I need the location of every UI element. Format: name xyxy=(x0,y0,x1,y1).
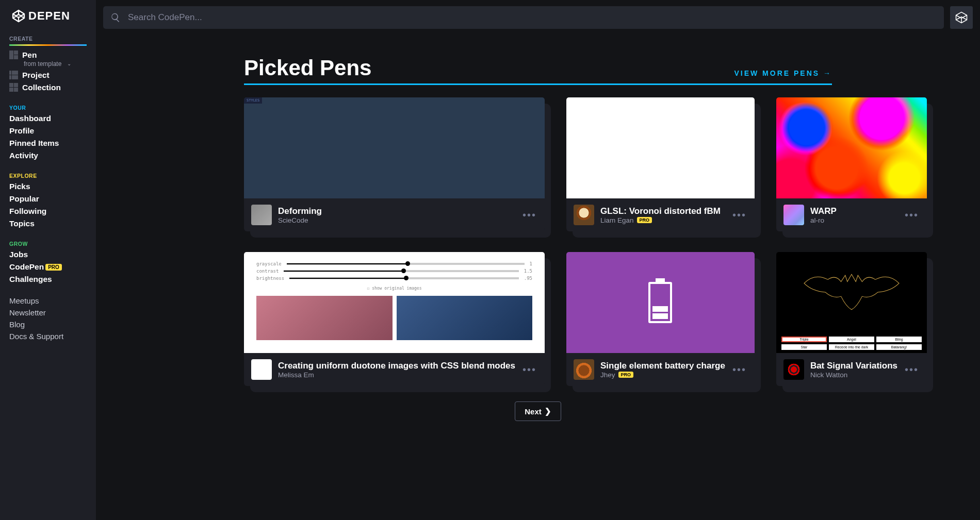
duotone-value: 1.5 xyxy=(524,269,532,274)
search-input[interactable] xyxy=(121,12,937,23)
pen-author[interactable]: Melissa Em xyxy=(278,371,314,379)
nav-docs-support[interactable]: Docs & Support xyxy=(0,330,96,342)
author-avatar[interactable] xyxy=(783,359,804,380)
nav-profile[interactable]: Profile xyxy=(0,125,96,137)
pager: Next ❯ xyxy=(244,401,832,421)
section-title: Picked Pens xyxy=(244,56,371,80)
arrow-right-icon: → xyxy=(823,69,832,77)
card-menu-icon[interactable]: ••• xyxy=(521,209,537,221)
nav-label: Collection xyxy=(22,83,61,92)
nav-label: Project xyxy=(22,71,50,80)
pen-thumbnail xyxy=(566,252,755,353)
batman-btn: Angel xyxy=(829,337,874,342)
author-avatar[interactable] xyxy=(574,205,594,225)
pen-footer: Creating uniform duotone images with CSS… xyxy=(244,353,545,386)
user-avatar[interactable] xyxy=(950,6,973,29)
pen-footer: Deforming ScieCode ••• xyxy=(244,198,545,231)
nav-following[interactable]: Following xyxy=(0,205,96,217)
nav-dashboard[interactable]: Dashboard xyxy=(0,112,96,125)
nav-activity[interactable]: Activity xyxy=(0,149,96,162)
card-menu-icon[interactable]: ••• xyxy=(731,209,747,221)
pro-badge: PRO xyxy=(45,264,62,271)
pen-thumbnail: grayscale1 contrast1.5 brightness.95 ☐ s… xyxy=(244,252,545,353)
pen-author[interactable]: Liam Egan xyxy=(600,216,634,224)
author-avatar[interactable] xyxy=(251,359,272,380)
pen-author[interactable]: al-ro xyxy=(810,216,824,224)
card-menu-icon[interactable]: ••• xyxy=(731,364,747,376)
next-label: Next xyxy=(525,407,542,416)
pen-card[interactable]: STYLES Deforming ScieCode ••• xyxy=(244,97,545,231)
chevron-down-icon: ⌄ xyxy=(67,61,71,66)
pro-badge: PRO xyxy=(637,217,652,223)
section-label-create: CREATE xyxy=(0,33,96,43)
pen-thumbnail: Triple Angel Bling Star Recede into the … xyxy=(776,252,927,353)
batman-btn: Bling xyxy=(876,337,922,342)
pen-title: GLSL: Voronoi distorted fBM xyxy=(600,206,725,216)
pen-author[interactable]: Jhey xyxy=(600,371,615,379)
nav-group-create: Pen from template ⌄ Project Collection xyxy=(0,49,96,94)
batman-btn: Batarang! xyxy=(876,344,922,350)
nav-pinned-items[interactable]: Pinned Items xyxy=(0,137,96,149)
duotone-label: brightness xyxy=(256,276,284,281)
nav-label: Pen xyxy=(22,51,37,60)
pen-author[interactable]: Nick Watton xyxy=(810,371,847,379)
nav-codepen-pro[interactable]: CodePenPRO xyxy=(0,261,96,273)
nav-label: from template xyxy=(24,60,61,68)
duotone-label: grayscale xyxy=(256,261,282,266)
nav-label: CodePen xyxy=(9,262,44,271)
pen-title: WARP xyxy=(810,206,897,216)
main: Picked Pens VIEW MORE PENS → STYLES xyxy=(96,0,980,520)
author-avatar[interactable] xyxy=(574,359,594,380)
nav-popular[interactable]: Popular xyxy=(0,193,96,205)
card-menu-icon[interactable]: ••• xyxy=(904,209,920,221)
pen-card[interactable]: WARP al-ro ••• xyxy=(776,97,927,231)
pen-footer: GLSL: Voronoi distorted fBM Liam Egan PR… xyxy=(566,198,755,231)
nav-blog[interactable]: Blog xyxy=(0,318,96,330)
nav-picks[interactable]: Picks xyxy=(0,180,96,193)
footer-links: Meetups Newsletter Blog Docs & Support xyxy=(0,295,96,342)
next-button[interactable]: Next ❯ xyxy=(515,401,561,421)
nav-new-collection[interactable]: Collection xyxy=(0,81,96,94)
codepen-logo[interactable]: DEPEN xyxy=(0,5,96,33)
pen-card[interactable]: Single element battery charge Jhey PRO •… xyxy=(566,252,755,386)
view-more-link[interactable]: VIEW MORE PENS → xyxy=(734,69,832,80)
nav-new-project[interactable]: Project xyxy=(0,69,96,81)
pen-card[interactable]: Triple Angel Bling Star Recede into the … xyxy=(776,252,927,386)
pen-card[interactable]: grayscale1 contrast1.5 brightness.95 ☐ s… xyxy=(244,252,545,386)
section-label-grow: GROW xyxy=(0,238,96,248)
collection-icon xyxy=(9,83,18,92)
author-avatar[interactable] xyxy=(251,205,272,225)
pen-grid: STYLES Deforming ScieCode ••• xyxy=(244,97,832,386)
section-header: Picked Pens VIEW MORE PENS → xyxy=(244,56,832,85)
nav-group-explore: Picks Popular Following Topics xyxy=(0,180,96,230)
nav-newsletter[interactable]: Newsletter xyxy=(0,307,96,318)
author-avatar[interactable] xyxy=(783,205,804,225)
nav-meetups[interactable]: Meetups xyxy=(0,295,96,307)
nav-new-pen[interactable]: Pen xyxy=(0,49,96,61)
batman-icon xyxy=(799,270,904,312)
nav-topics[interactable]: Topics xyxy=(0,217,96,230)
battery-icon xyxy=(648,282,672,323)
batman-btn: Star xyxy=(781,344,827,350)
section-label-explore: EXPLORE xyxy=(0,170,96,180)
sidebar: DEPEN CREATE Pen from template ⌄ Project… xyxy=(0,0,96,520)
pen-title: Single element battery charge xyxy=(600,361,725,371)
duotone-label: contrast xyxy=(256,269,279,274)
pen-title: Deforming xyxy=(278,206,515,216)
svg-text:DEPEN: DEPEN xyxy=(28,9,70,22)
cube-icon xyxy=(954,10,969,25)
nav-jobs[interactable]: Jobs xyxy=(0,248,96,261)
nav-group-your: Dashboard Profile Pinned Items Activity xyxy=(0,112,96,162)
pen-thumbnail xyxy=(566,97,755,198)
nav-challenges[interactable]: Challenges xyxy=(0,273,96,286)
card-menu-icon[interactable]: ••• xyxy=(521,364,537,376)
batman-btn: Recede into the dark xyxy=(829,344,874,350)
pen-card[interactable]: GLSL: Voronoi distorted fBM Liam Egan PR… xyxy=(566,97,755,231)
searchbar[interactable] xyxy=(103,6,944,29)
nav-pen-from-template[interactable]: from template ⌄ xyxy=(0,60,96,69)
project-icon xyxy=(9,71,18,79)
chevron-right-icon: ❯ xyxy=(545,407,551,416)
card-menu-icon[interactable]: ••• xyxy=(904,364,920,376)
pen-author[interactable]: ScieCode xyxy=(278,216,308,224)
section-label-your: YOUR xyxy=(0,102,96,112)
